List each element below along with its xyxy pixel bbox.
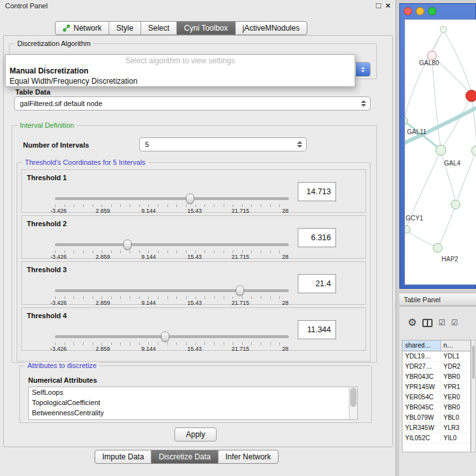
number-of-intervals-select[interactable]: 5 [139, 137, 307, 151]
tab-style[interactable]: Style [109, 22, 141, 35]
network-edge[interactable] [405, 30, 443, 121]
combo-arrows-icon[interactable] [361, 100, 366, 107]
apply-button[interactable]: Apply [174, 427, 217, 441]
list-scrollbar[interactable] [349, 387, 357, 419]
network-node[interactable] [433, 243, 442, 252]
select-all-icon[interactable]: ☑ [438, 318, 445, 327]
table-row[interactable]: YIL052CYIL0 [403, 433, 470, 443]
slider-thumb[interactable] [186, 194, 194, 204]
tab-label: Discretize Data [158, 452, 210, 461]
network-node-label: HAP2 [441, 256, 458, 263]
threshold-slider: -3.426 2.859 9.144 15.43 21.715 28 [55, 239, 289, 259]
threshold-value-input[interactable]: 11.344 [298, 320, 336, 339]
table-row[interactable]: YER054CYER0 [403, 392, 470, 403]
network-edge[interactable] [407, 231, 436, 247]
tab-network[interactable]: Network [56, 22, 109, 35]
settings-gear-icon[interactable]: ⚙ [408, 318, 417, 328]
list-item[interactable]: SelfLoops [29, 387, 357, 397]
network-node[interactable] [472, 146, 476, 156]
cell: YIL052C [403, 433, 441, 443]
float-window-icon[interactable]: □ [376, 1, 381, 10]
slider-thumb[interactable] [161, 332, 169, 342]
tab-discretize-data[interactable]: Discretize Data [151, 450, 217, 463]
network-edge[interactable] [432, 56, 441, 149]
network-canvas[interactable]: GAL80GAL11GAL4GCY1HAP2 [404, 19, 476, 285]
list-item[interactable]: TopologicalCoefficient [29, 397, 357, 408]
slider-ticks [55, 204, 289, 207]
group-title: Discretization Algorithm [15, 40, 93, 47]
table-data-select[interactable]: galFiltered.sif default node [14, 96, 371, 111]
scale-label: 21.715 [231, 254, 249, 260]
column-header-shared-name[interactable]: shared… [403, 341, 441, 351]
tab-label: Impute Data [102, 452, 144, 461]
menu-item-equal-width-frequency[interactable]: Equal Width/Frequency Discretization [6, 76, 355, 86]
scale-label: -3.426 [50, 208, 67, 214]
network-node-label: GAL11 [407, 128, 426, 135]
minimize-traffic-light-icon[interactable] [416, 7, 424, 15]
table-row[interactable]: YDR27…YDR2 [403, 362, 470, 372]
combo-arrows-icon[interactable] [356, 63, 370, 76]
cell: YDL1 [441, 351, 470, 361]
network-edge[interactable] [438, 206, 455, 247]
threshold-label: Threshold 2 [27, 220, 66, 227]
table-row[interactable]: YBR045CYBR0 [403, 403, 470, 413]
tab-infer-network[interactable]: Infer Network [218, 450, 278, 463]
table-row[interactable]: YBL079WYBL0 [403, 413, 470, 423]
cell: YDR2 [441, 362, 470, 371]
scale-label: 21.715 [231, 346, 249, 352]
table-panel: ⚙ ☑ ☑ shared… n… YDL19…YDL1 YDR27…YDR2 Y… [399, 307, 476, 476]
network-node[interactable] [466, 90, 476, 102]
network-edge[interactable] [443, 30, 471, 93]
select-none-icon[interactable]: ☑ [451, 318, 458, 327]
network-node[interactable] [405, 226, 410, 233]
network-edge[interactable] [472, 96, 476, 149]
scale-label: 21.715 [231, 300, 249, 306]
threshold-value-input[interactable]: 14.713 [298, 182, 336, 201]
network-node[interactable] [451, 200, 460, 209]
slider-track[interactable] [55, 335, 289, 338]
tab-cyni-toolbox[interactable]: Cyni Toolbox [176, 22, 234, 35]
slider-track[interactable] [55, 289, 289, 292]
close-icon[interactable]: × [385, 1, 390, 10]
zoom-traffic-light-icon[interactable] [428, 7, 436, 15]
scale-label: 15.43 [187, 300, 202, 306]
network-edge[interactable] [405, 104, 476, 145]
table-header-row: shared… n… [403, 341, 470, 351]
network-node[interactable] [436, 145, 446, 155]
slider-thumb[interactable] [236, 286, 244, 296]
menu-item-manual-discretization[interactable]: Manual Discretization [6, 66, 355, 76]
scrollbar-thumb[interactable] [350, 388, 357, 407]
tab-jactivemnodules[interactable]: jActiveMNodules [235, 22, 307, 35]
table-data-label: Table Data [15, 88, 50, 96]
scrollbar-thumb[interactable] [472, 346, 475, 379]
slider-ticks [55, 296, 289, 299]
network-node[interactable] [427, 51, 436, 60]
tab-select[interactable]: Select [141, 22, 176, 35]
slider-track[interactable] [55, 197, 289, 200]
scale-label: 15.43 [187, 254, 202, 260]
slider-thumb[interactable] [123, 240, 132, 250]
column-header-name[interactable]: n… [441, 341, 470, 351]
table-row[interactable]: YPR145WYPR1 [403, 382, 470, 392]
combo-arrows-icon[interactable] [297, 141, 302, 148]
threshold-value-input[interactable]: 6.316 [298, 228, 336, 247]
threshold-value-input[interactable]: 21.4 [298, 274, 336, 293]
list-item[interactable]: BetweennessCentrality [29, 408, 357, 418]
network-edge[interactable] [433, 30, 443, 54]
network-node-label: GCY1 [406, 215, 423, 222]
scale-label: 21.715 [231, 208, 249, 214]
slider-track[interactable] [55, 243, 289, 246]
columns-icon[interactable] [422, 319, 433, 327]
table-row[interactable]: YBR043CYBR0 [403, 372, 470, 382]
table-row[interactable]: YLR345WYLR3 [403, 423, 470, 433]
tab-impute-data[interactable]: Impute Data [95, 450, 151, 463]
table-row[interactable]: YDL19…YDL1 [403, 351, 470, 362]
scale-label: 2.859 [96, 346, 111, 352]
cell: YER0 [441, 392, 470, 402]
close-traffic-light-icon[interactable] [404, 7, 412, 15]
threshold-label: Threshold 3 [27, 266, 66, 273]
network-node-label: GAL80 [419, 59, 439, 66]
network-node[interactable] [440, 26, 447, 33]
table-scrollbar[interactable] [471, 340, 476, 452]
slider-scale: -3.426 2.859 9.144 15.43 21.715 28 [55, 300, 289, 307]
